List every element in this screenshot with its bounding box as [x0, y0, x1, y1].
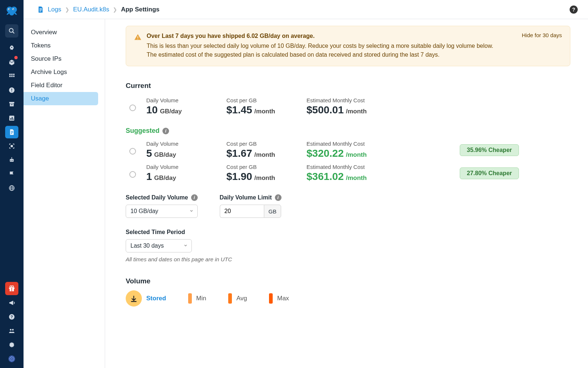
- svg-point-54: [10, 360, 11, 361]
- sug1-cost: $1.90: [226, 171, 252, 183]
- plan-radio-sug0[interactable]: [129, 148, 136, 155]
- svg-point-56: [12, 360, 14, 361]
- legend-stored[interactable]: Stored: [126, 290, 166, 307]
- svg-rect-13: [11, 76, 13, 77]
- label-daily-volume: Daily Volume: [146, 97, 216, 103]
- document-icon: [37, 6, 44, 13]
- legend-min[interactable]: Min: [188, 293, 206, 304]
- nav-globe-icon[interactable]: [5, 182, 18, 194]
- nav-settings-icon[interactable]: [5, 339, 18, 351]
- svg-point-52: [11, 358, 12, 360]
- sug1-monthly: $361.02: [306, 171, 344, 183]
- nav-help-icon[interactable]: ?: [5, 311, 18, 323]
- sidebar-item-usage[interactable]: Usage: [24, 92, 98, 105]
- svg-rect-18: [9, 102, 14, 103]
- svg-rect-26: [11, 132, 13, 133]
- nav-megaphone-icon[interactable]: [5, 297, 18, 309]
- svg-rect-25: [11, 131, 13, 132]
- svg-rect-10: [11, 74, 13, 75]
- sidebar-item-archive-logs[interactable]: Archive Logs: [24, 66, 98, 79]
- nav-org-icon[interactable]: [5, 353, 18, 365]
- svg-point-41: [12, 286, 14, 288]
- warning-icon: [134, 33, 141, 59]
- nav-archive-icon[interactable]: [5, 98, 18, 110]
- nav-rocket-icon[interactable]: [5, 42, 18, 54]
- nav-bot-icon[interactable]: [5, 154, 18, 166]
- svg-point-33: [11, 157, 12, 158]
- plan-row-current: Daily Volume 10GB/day Cost per GB $1.45/…: [126, 93, 570, 117]
- nav-chart-icon[interactable]: [5, 112, 18, 124]
- svg-rect-57: [40, 8, 42, 9]
- sidebar-item-source-ips[interactable]: Source IPs: [24, 52, 98, 66]
- svg-rect-59: [40, 11, 41, 11]
- volume-legend: Stored Min Avg Max: [126, 290, 570, 307]
- svg-rect-9: [9, 74, 11, 75]
- legend-max[interactable]: Max: [269, 293, 289, 304]
- breadcrumb-logs[interactable]: Logs: [48, 6, 61, 13]
- svg-rect-28: [11, 145, 13, 147]
- svg-rect-11: [13, 74, 15, 75]
- brand-logo[interactable]: [3, 3, 21, 21]
- nav-gift-button[interactable]: [5, 282, 18, 295]
- suffix-gb: GB: [264, 205, 282, 218]
- alert-title: Over Last 7 days you have shipped 6.02 G…: [147, 33, 562, 39]
- svg-point-4: [8, 9, 9, 10]
- nav-inbox-icon[interactable]: [5, 56, 18, 68]
- svg-rect-60: [137, 36, 138, 38]
- info-icon[interactable]: i: [275, 194, 282, 201]
- svg-rect-27: [11, 133, 12, 134]
- info-icon[interactable]: i: [162, 128, 169, 134]
- current-volume: 10: [146, 104, 158, 116]
- chevron-right-icon: ❯: [113, 7, 117, 13]
- sug0-cost: $1.67: [226, 148, 252, 159]
- help-button[interactable]: ?: [570, 6, 578, 14]
- alert-body-1: This is less than your selected daily lo…: [147, 43, 493, 49]
- current-monthly: $500.01: [306, 104, 344, 116]
- cheaper-badge-0: 35.96% Cheaper: [460, 144, 519, 156]
- svg-rect-17: [11, 91, 12, 92]
- breadcrumb-app[interactable]: EU.Audit.k8s: [73, 6, 109, 13]
- svg-rect-23: [12, 117, 12, 120]
- nav-people-icon[interactable]: [5, 325, 18, 337]
- svg-rect-20: [11, 105, 13, 105]
- label-daily-limit: Daily Volume Limit: [220, 194, 272, 201]
- nav-flag-icon[interactable]: [5, 168, 18, 180]
- section-volume: Volume: [126, 277, 570, 285]
- svg-rect-14: [13, 76, 15, 77]
- svg-point-31: [12, 160, 13, 161]
- info-icon[interactable]: i: [191, 194, 198, 201]
- select-daily-volume[interactable]: 10 GB/day: [126, 205, 198, 218]
- sidebar-item-field-editor[interactable]: Field Editor: [24, 79, 98, 92]
- label-sel-daily: Selected Daily Volume: [126, 194, 188, 201]
- legend-avg[interactable]: Avg: [228, 293, 247, 304]
- chevron-down-icon: [189, 208, 194, 215]
- label-est-monthly: Estimated Monthly Cost: [306, 97, 376, 103]
- svg-rect-16: [11, 89, 12, 91]
- nav-document-icon[interactable]: [5, 126, 18, 138]
- search-button[interactable]: [5, 24, 18, 38]
- sidebar-item-tokens[interactable]: Tokens: [24, 39, 98, 52]
- select-time-period[interactable]: Last 30 days: [126, 239, 192, 252]
- plan-row-suggested-0: Daily Volume 5GB/day Cost per GB $1.67/m…: [126, 137, 570, 160]
- nav-rail: ?: [0, 0, 24, 368]
- input-daily-limit[interactable]: [220, 205, 264, 218]
- cheaper-badge-1: 27.80% Cheaper: [460, 167, 519, 179]
- usage-alert: Over Last 7 days you have shipped 6.02 G…: [126, 26, 570, 66]
- plan-radio-sug1[interactable]: [129, 171, 136, 178]
- svg-point-5: [13, 9, 14, 10]
- nav-focus-icon[interactable]: [5, 140, 18, 152]
- sug0-monthly: $320.22: [306, 148, 344, 159]
- svg-rect-58: [40, 10, 42, 10]
- hide-alert-link[interactable]: Hide for 30 days: [522, 32, 562, 38]
- svg-point-49: [11, 356, 12, 357]
- nav-grid-icon[interactable]: [5, 70, 18, 82]
- nav-alert-icon[interactable]: [5, 84, 18, 96]
- svg-point-44: [10, 329, 12, 331]
- svg-point-30: [11, 160, 11, 161]
- chevron-right-icon: ❯: [65, 7, 69, 13]
- sidebar-item-overview[interactable]: Overview: [24, 26, 98, 39]
- svg-rect-39: [11, 288, 12, 291]
- section-current: Current: [126, 82, 570, 90]
- plan-radio-current[interactable]: [129, 105, 136, 111]
- current-cost: $1.45: [226, 104, 252, 116]
